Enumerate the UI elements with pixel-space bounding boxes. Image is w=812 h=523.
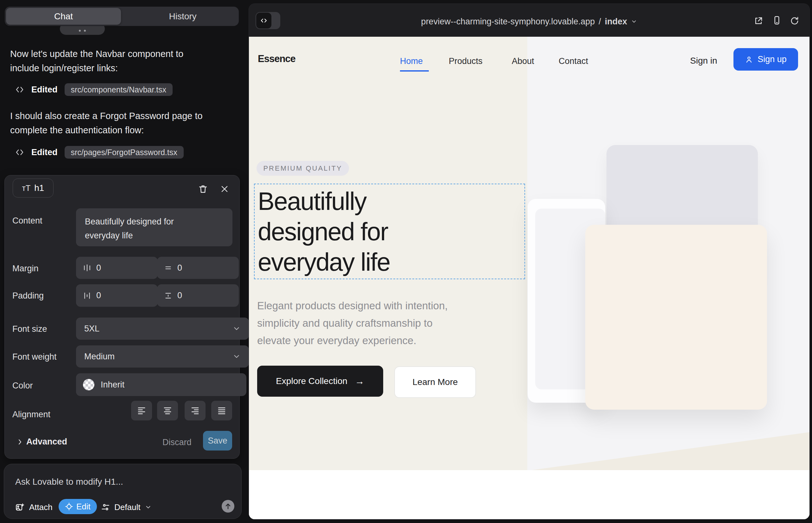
url-separator: /: [599, 17, 601, 26]
align-left-button[interactable]: [131, 401, 152, 420]
chat-message-line: complete the authentication flow:: [10, 123, 238, 138]
site-logo[interactable]: Essence: [258, 53, 296, 65]
chevron-down-icon: [232, 325, 241, 333]
tab-history[interactable]: History: [127, 7, 239, 26]
signin-link[interactable]: Sign in: [690, 56, 717, 66]
color-value: Inherit: [101, 380, 124, 390]
chat-message: I should also create a Forgot Password p…: [10, 109, 238, 138]
margin-y-input[interactable]: 0: [157, 257, 239, 279]
padding-y-value: 0: [177, 291, 182, 301]
edited-file-chip[interactable]: src/pages/ForgotPassword.tsx: [65, 146, 184, 159]
chat-message-line: Now let's update the Navbar component to: [10, 47, 238, 61]
site-canvas: Essence Home Products About Contact Sign…: [249, 37, 810, 519]
hero-heading[interactable]: Beautifully designed for everyday life: [258, 186, 390, 277]
decor-cream-card: [585, 225, 767, 410]
user-icon: [745, 55, 753, 64]
explore-collection-label: Explore Collection: [276, 376, 348, 386]
edited-label: Edited: [31, 147, 58, 157]
url-page: index: [605, 17, 628, 26]
font-size-select[interactable]: 5XL: [76, 318, 249, 340]
margin-y-value: 0: [177, 263, 182, 273]
explore-collection-button[interactable]: Explore Collection →: [257, 366, 383, 397]
nav-link-products[interactable]: Products: [449, 56, 483, 66]
send-button[interactable]: [222, 500, 234, 512]
color-select[interactable]: Inherit: [76, 373, 246, 396]
close-icon[interactable]: [220, 184, 229, 194]
target-icon: [65, 502, 73, 511]
align-center-button[interactable]: [157, 401, 178, 420]
edited-file-row: Edited src/components/Navbar.tsx: [15, 83, 173, 96]
mode-label: Default: [114, 502, 140, 512]
hero-paragraph: Elegant products designed with intention…: [257, 297, 448, 349]
nav-link-home[interactable]: Home: [400, 56, 423, 66]
chevron-down-icon: [145, 504, 152, 511]
chat-message-line: I should also create a Forgot Password p…: [10, 109, 238, 123]
advanced-toggle[interactable]: Advanced: [26, 437, 67, 447]
padding-y-input[interactable]: 0: [157, 284, 239, 307]
margin-vertical-icon: [164, 264, 172, 272]
tab-chat[interactable]: Chat: [6, 8, 121, 25]
font-weight-value: Medium: [84, 352, 114, 362]
hero-paragraph-line: simplicity and quality craftsmanship to: [257, 314, 448, 332]
url-bar[interactable]: preview--charming-site-symphony.lovable.…: [249, 16, 810, 27]
color-swatch: [83, 379, 94, 390]
composer-input[interactable]: Ask Lovable to modify H1...: [15, 477, 123, 487]
section-below-hero: [249, 470, 810, 519]
chevron-down-icon: [631, 18, 637, 25]
chat-composer: Ask Lovable to modify H1... Attach Edit …: [4, 464, 242, 519]
scrolled-chip-dots: [79, 30, 81, 32]
margin-x-input[interactable]: 0: [76, 257, 158, 279]
edit-label: Edit: [76, 502, 91, 511]
margin-x-value: 0: [96, 263, 101, 273]
element-tag-pill: тT h1: [13, 179, 54, 198]
font-weight-label: Font weight: [12, 352, 57, 362]
attach-image-icon: [15, 503, 24, 511]
hero-heading-line: everyday life: [258, 247, 390, 277]
chat-sidebar: Chat History Now let's update the Navbar…: [0, 0, 247, 523]
hero-heading-line: designed for: [258, 217, 390, 247]
padding-vertical-icon: [164, 292, 172, 300]
preview-pane: preview--charming-site-symphony.lovable.…: [249, 4, 810, 519]
learn-more-button[interactable]: Learn More: [394, 366, 476, 398]
open-external-icon[interactable]: [754, 16, 763, 26]
mobile-view-icon[interactable]: [772, 16, 782, 25]
margin-horizontal-icon: [83, 264, 91, 272]
content-text-line: Beautifully designed for: [85, 215, 174, 229]
chat-message: Now let's update the Navbar component to…: [10, 47, 238, 75]
color-label: Color: [12, 381, 33, 391]
content-textarea[interactable]: Beautifully designed for everyday life: [76, 208, 232, 246]
nav-link-about[interactable]: About: [512, 56, 534, 66]
align-right-button[interactable]: [184, 401, 206, 420]
chat-history-tabs: Chat History: [5, 7, 239, 26]
mode-select[interactable]: Default: [101, 500, 152, 514]
discard-button[interactable]: Discard: [162, 437, 192, 447]
nav-link-contact[interactable]: Contact: [559, 56, 588, 66]
signup-button[interactable]: Sign up: [734, 48, 798, 71]
nav-home-underline: [400, 70, 429, 72]
element-inspector-panel: тT h1 Content Beautifully designed for e…: [4, 175, 240, 459]
font-weight-select[interactable]: Medium: [76, 345, 249, 367]
arrow-right-icon: →: [355, 376, 365, 386]
hero-heading-line: Beautifully: [258, 186, 390, 217]
padding-x-input[interactable]: 0: [76, 284, 158, 307]
chevron-right-icon: [16, 438, 24, 446]
align-justify-button[interactable]: [211, 401, 232, 420]
hero-paragraph-line: elevate your everyday experience.: [257, 332, 448, 349]
edited-file-chip[interactable]: src/components/Navbar.tsx: [65, 83, 173, 96]
browser-chrome: preview--charming-site-symphony.lovable.…: [249, 4, 810, 37]
attach-label: Attach: [29, 502, 53, 512]
sliders-icon: [101, 503, 110, 511]
padding-x-value: 0: [96, 291, 101, 301]
content-text-line: everyday life: [85, 229, 174, 242]
signup-label: Sign up: [758, 54, 787, 64]
font-size-value: 5XL: [84, 324, 100, 334]
chevron-down-icon: [232, 353, 241, 361]
trash-icon[interactable]: [198, 184, 208, 194]
attach-button[interactable]: Attach: [15, 500, 53, 514]
edit-mode-button[interactable]: Edit: [58, 499, 97, 514]
premium-badge: PREMIUM QUALITY: [257, 161, 349, 176]
save-button[interactable]: Save: [203, 431, 232, 451]
refresh-icon[interactable]: [790, 16, 799, 26]
padding-horizontal-icon: [83, 292, 91, 300]
element-tag-label: h1: [34, 183, 44, 193]
